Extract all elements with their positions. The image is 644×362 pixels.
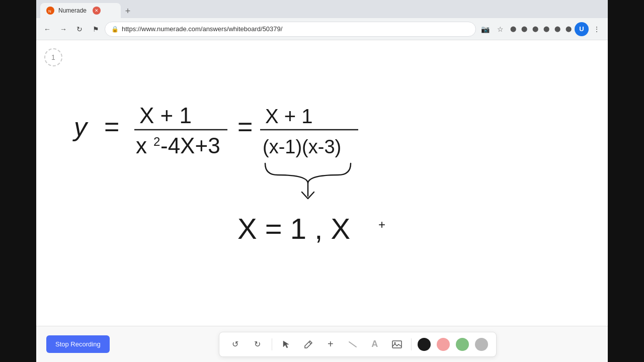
page-number: 1 <box>51 53 55 61</box>
select-tool-button[interactable] <box>278 336 294 352</box>
nav-icons: 📷 ☆ ⬤ ⬤ ⬤ ⬤ ⬤ ⬤ U ⋮ <box>478 22 604 36</box>
right-sidebar <box>608 0 644 362</box>
svg-text:2: 2 <box>153 135 160 148</box>
svg-text:X + 1: X + 1 <box>265 105 313 127</box>
ext-icon-4[interactable]: ⬤ <box>541 24 551 34</box>
left-sidebar <box>0 0 36 362</box>
tab-favicon: N <box>46 7 54 15</box>
svg-text:+: + <box>378 218 385 231</box>
pen-icon <box>304 340 313 349</box>
svg-text:y: y <box>72 112 89 141</box>
drawing-toolbar: ↺ ↻ + <box>219 332 497 357</box>
svg-text:-4X+3: -4X+3 <box>160 133 220 158</box>
add-button[interactable]: + <box>323 336 339 352</box>
lock-icon: 🔒 <box>111 26 119 33</box>
url-text: https://www.numerade.com/answers/whitebo… <box>122 25 469 33</box>
color-green[interactable] <box>456 338 469 351</box>
nav-bar: ← → ↻ ⚑ 🔒 https://www.numerade.com/answe… <box>36 18 608 40</box>
svg-text:X = 1 ,  X: X = 1 , X <box>237 212 350 245</box>
active-tab[interactable]: N Numerade ✕ <box>40 3 121 18</box>
profile-avatar[interactable]: U <box>575 22 589 36</box>
svg-text:=: = <box>104 112 119 141</box>
svg-line-15 <box>349 342 356 347</box>
page-indicator: 1 <box>44 48 62 66</box>
ext-icon-3[interactable]: ⬤ <box>530 24 540 34</box>
eraser-button[interactable] <box>345 336 361 352</box>
refresh-button[interactable]: ↻ <box>72 22 87 36</box>
cursor-icon <box>282 340 291 349</box>
svg-text:N: N <box>48 9 51 13</box>
svg-text:x: x <box>136 133 147 158</box>
ext-icon-6[interactable]: ⬤ <box>564 24 574 34</box>
back-button[interactable]: ← <box>40 22 54 36</box>
svg-text:=: = <box>237 112 253 141</box>
whiteboard[interactable]: 1 y = X + 1 x 2 -4X+3 = X + 1 <box>36 40 608 326</box>
new-tab-button[interactable]: + <box>121 4 135 18</box>
color-pink[interactable] <box>437 338 450 351</box>
bottom-bar: Stop Recording ↺ ↻ + <box>36 326 608 362</box>
undo-button[interactable]: ↺ <box>227 336 244 352</box>
image-button[interactable] <box>389 336 405 352</box>
address-bar[interactable]: 🔒 https://www.numerade.com/answers/white… <box>105 22 476 37</box>
redo-button[interactable]: ↻ <box>250 336 266 352</box>
pen-tool-button[interactable] <box>300 336 316 352</box>
stop-recording-button[interactable]: Stop Recording <box>46 335 110 353</box>
toolbar-divider-1 <box>272 338 272 350</box>
tab-title: Numerade <box>58 7 87 14</box>
svg-text:(x-1)(x-3): (x-1)(x-3) <box>263 136 341 157</box>
forward-button[interactable]: → <box>56 22 70 36</box>
toolbar-container: ↺ ↻ + <box>118 332 598 357</box>
eraser-icon <box>348 340 357 349</box>
cast-icon[interactable]: 📷 <box>478 22 492 36</box>
bookmark-icon[interactable]: ☆ <box>493 22 507 36</box>
tab-bar: N Numerade ✕ + <box>36 0 608 18</box>
home-button[interactable]: ⚑ <box>89 22 103 36</box>
menu-icon[interactable]: ⋮ <box>590 22 604 36</box>
toolbar-divider-2 <box>411 338 412 350</box>
text-button[interactable]: A <box>367 336 383 352</box>
svg-rect-16 <box>392 341 401 348</box>
ext-icon-1[interactable]: ⬤ <box>508 24 518 34</box>
color-black[interactable] <box>418 338 431 351</box>
math-content: y = X + 1 x 2 -4X+3 = X + 1 (x-1)(x-3) <box>66 90 469 282</box>
svg-text:X + 1: X + 1 <box>139 103 192 128</box>
ext-icon-2[interactable]: ⬤ <box>519 24 529 34</box>
image-icon <box>392 339 402 349</box>
browser-window: N Numerade ✕ + ← → ↻ ⚑ 🔒 https://www.num… <box>36 0 608 362</box>
ext-icon-5[interactable]: ⬤ <box>552 24 562 34</box>
color-gray[interactable] <box>475 338 488 351</box>
tab-close-button[interactable]: ✕ <box>93 7 101 15</box>
